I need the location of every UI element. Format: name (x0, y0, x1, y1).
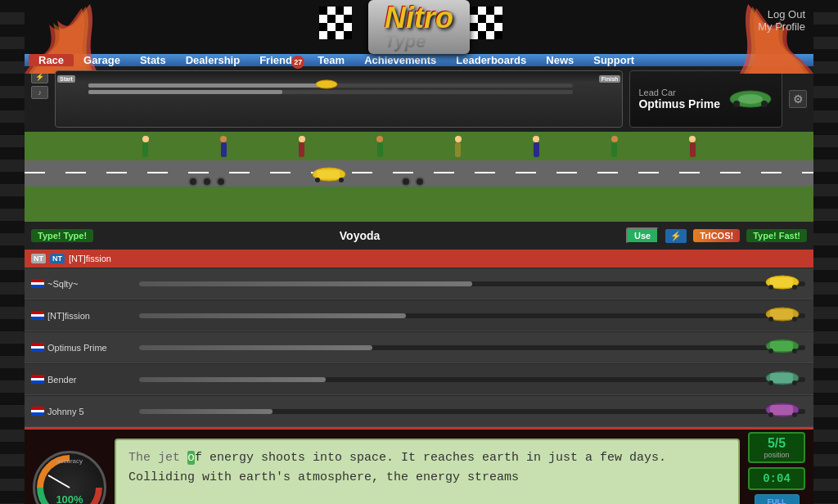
svg-point-35 (733, 101, 740, 107)
player-info-3: Optimus Prime (25, 343, 131, 353)
svg-rect-1 (327, 7, 336, 15)
svg-rect-24 (470, 23, 478, 31)
svg-rect-21 (478, 15, 486, 23)
checkered-flag-right (470, 7, 519, 47)
svg-rect-26 (486, 23, 494, 31)
player-info-4: Bender (25, 375, 131, 385)
svg-point-32 (316, 80, 337, 88)
svg-point-39 (315, 178, 320, 182)
lane-progress-fill-2 (139, 313, 406, 318)
race-lane-4: Bender (25, 364, 813, 395)
tire-border-left (0, 0, 25, 504)
svg-rect-2 (336, 7, 344, 15)
lane-car-1 (764, 274, 801, 294)
svg-rect-0 (319, 7, 327, 15)
logo-nitro: Nitro (385, 1, 453, 34)
svg-rect-58 (770, 405, 793, 415)
lane-progress-5 (139, 409, 805, 414)
nt-team-row: NT NT [NT]fission (25, 250, 813, 268)
svg-rect-6 (336, 15, 344, 23)
race-lane-5: Johnny 5 (25, 396, 813, 427)
svg-point-44 (792, 285, 797, 290)
track-ctrl-2[interactable]: ♪ (31, 86, 48, 99)
use-button[interactable]: Use (626, 227, 659, 244)
svg-rect-54 (770, 373, 793, 383)
road-markings (25, 172, 813, 173)
player-info-5: Johnny 5 (25, 407, 131, 416)
svg-rect-46 (770, 309, 793, 319)
svg-rect-7 (344, 15, 352, 23)
nav-garage[interactable]: Garage (74, 54, 130, 66)
svg-rect-15 (344, 31, 352, 39)
svg-rect-3 (344, 7, 352, 15)
svg-point-48 (792, 317, 797, 322)
current-char: o (187, 451, 195, 465)
svg-rect-13 (327, 31, 336, 39)
svg-point-43 (768, 285, 773, 290)
svg-rect-28 (470, 31, 478, 39)
lane-progress-fill-1 (139, 281, 472, 286)
svg-rect-18 (486, 7, 494, 15)
svg-point-60 (792, 412, 797, 417)
lead-car-label: Lead Car (638, 88, 720, 97)
svg-rect-16 (470, 7, 478, 15)
header: Nitro Type (25, 0, 813, 54)
player-name-4: Bender (47, 375, 76, 385)
race-lane-1: ~Sqlty~ (25, 268, 813, 299)
svg-rect-31 (494, 31, 502, 39)
svg-rect-25 (478, 23, 486, 31)
player-name-3: Optimus Prime (47, 343, 107, 353)
svg-point-55 (768, 380, 773, 385)
flag-5 (31, 407, 44, 416)
nav-news[interactable]: News (536, 54, 583, 66)
speedometer: accuracy 100% 19 WPM (33, 451, 106, 504)
nav-team[interactable]: Team (308, 54, 354, 66)
settings-button[interactable]: ⚙ (789, 90, 807, 108)
logo-type: Type (385, 31, 426, 52)
logo: Nitro Type (368, 0, 470, 54)
svg-point-47 (768, 317, 773, 322)
player-name-1: ~Sqlty~ (47, 279, 78, 289)
svg-rect-42 (770, 277, 793, 287)
time-display: 0:04 (748, 467, 805, 490)
lead-car-info: Lead Car Optimus Prime (629, 70, 782, 128)
svg-rect-17 (478, 7, 486, 15)
svg-rect-14 (336, 31, 344, 39)
svg-rect-10 (336, 23, 344, 31)
spectators (106, 136, 732, 157)
svg-rect-38 (317, 170, 340, 178)
nav-stats[interactable]: Stats (130, 54, 176, 66)
svg-rect-9 (327, 23, 336, 31)
position-label: position (764, 451, 789, 459)
nav-dealership[interactable]: Dealership (176, 54, 250, 66)
track-section: ⚡ ♪ Start Finish (25, 66, 813, 132)
nt-badge-1: NT (31, 254, 46, 263)
nav-support[interactable]: Support (583, 54, 644, 66)
action-bar: Type! Type! Voyoda Use ⚡ TrICOS! Type! F… (25, 222, 813, 250)
svg-point-56 (792, 380, 797, 385)
svg-rect-23 (494, 15, 502, 23)
tire-obstacles (188, 177, 226, 187)
right-panel: 5/5 position 0:04 FULL FULL FULL (748, 432, 805, 504)
nitro-bars: FULL FULL FULL (755, 494, 800, 504)
svg-rect-27 (494, 23, 502, 31)
player-name-5: Johnny 5 (47, 407, 84, 416)
lane-progress-fill-5 (139, 409, 273, 414)
lane-progress-1 (139, 281, 805, 286)
svg-point-52 (792, 349, 797, 353)
lead-car-image (728, 89, 773, 110)
svg-point-40 (339, 178, 344, 182)
typed-text: The jet (128, 451, 187, 465)
tire-border-right (813, 0, 838, 504)
track-start-label: Start (57, 75, 75, 83)
player-name-2: [NT]fission (47, 311, 90, 321)
nav-friends[interactable]: Friends 27 (250, 54, 308, 66)
race-car-1 (311, 166, 348, 186)
svg-rect-20 (470, 15, 478, 23)
svg-rect-11 (344, 23, 352, 31)
nav-race[interactable]: Race (29, 54, 74, 66)
type-fast-label: Type! Fast! (746, 229, 807, 242)
nav-achievements[interactable]: Achievements (354, 54, 446, 66)
track-controls: ⚡ ♪ (31, 70, 48, 128)
nav-leaderboards[interactable]: Leaderboards (446, 54, 536, 66)
